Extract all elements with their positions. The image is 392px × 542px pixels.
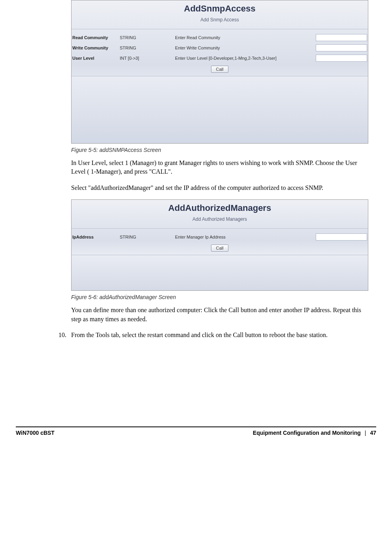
paragraph-user-level: In User Level, select 1 (Manager) to gra…	[71, 159, 368, 176]
field-label: Write Community	[72, 45, 120, 50]
field-type: STRING	[120, 45, 175, 50]
user-level-input[interactable]	[316, 55, 367, 62]
page-footer: WiN7000 cBST Equipment Configuration and…	[16, 426, 376, 436]
step-number: 10.	[55, 331, 66, 339]
row-user-level: User Level INT [0->3] Enter User Level […	[72, 53, 368, 63]
row-ipaddress: IpAddress STRING Enter Manager Ip Addres…	[72, 232, 368, 242]
ipaddress-input[interactable]	[316, 233, 367, 241]
paragraph-multiple-ips: You can define more than one authorized …	[71, 306, 368, 324]
panel2-subtitle: Add Authorized Managers	[72, 213, 368, 227]
step-10: 10. From the Tools tab, select the resta…	[55, 331, 368, 339]
call-button[interactable]: Call	[211, 244, 229, 252]
panel2-header: AddAuthorizedManagers Add Authorized Man…	[72, 200, 368, 228]
panel1-title: AddSnmpAccess	[72, 4, 368, 14]
figure-5-5-caption: Figure 5-5: addSNMPAccess Screen	[71, 147, 368, 153]
footer-page-number: 47	[370, 430, 376, 436]
panel1-subtitle: Add Snmp Access	[72, 14, 368, 28]
figure-5-6-caption: Figure 5-6: addAuthorizedManager Screen	[71, 294, 368, 300]
field-desc: Enter Manager Ip Address	[175, 235, 316, 239]
panel1-header: AddSnmpAccess Add Snmp Access	[72, 0, 368, 29]
field-type: STRING	[120, 235, 175, 239]
row-read-community: Read Community STRING Enter Read Communi…	[72, 32, 368, 43]
footer-product: WiN7000 cBST	[16, 430, 55, 436]
field-desc: Enter User Level [0-Developer,1-Mng,2-Te…	[175, 56, 316, 61]
paragraph-add-auth-mgr: Select "addAuthorizedManager" and set th…	[71, 184, 368, 192]
field-type: STRING	[120, 35, 175, 40]
call-button[interactable]: Call	[211, 66, 229, 73]
panel2-title: AddAuthorizedManagers	[72, 203, 368, 213]
row-write-community: Write Community STRING Enter Write Commu…	[72, 43, 368, 53]
addsnmpaccess-panel: AddSnmpAccess Add Snmp Access Read Commu…	[71, 0, 368, 144]
write-community-input[interactable]	[316, 44, 367, 51]
field-desc: Enter Write Community	[175, 45, 316, 50]
read-community-input[interactable]	[316, 34, 367, 41]
field-label: Read Community	[72, 35, 120, 40]
panel-blank-area	[72, 255, 368, 290]
field-desc: Enter Read Community	[175, 35, 316, 40]
addauthorizedmanagers-panel: AddAuthorizedManagers Add Authorized Man…	[71, 199, 368, 291]
step-text: From the Tools tab, select the restart c…	[71, 331, 328, 339]
panel-blank-area	[72, 76, 368, 143]
footer-section: Equipment Configuration and Monitoring	[253, 430, 361, 436]
field-label: IpAddress	[72, 235, 120, 239]
field-type: INT [0->3]	[120, 56, 175, 61]
field-label: User Level	[72, 56, 120, 61]
footer-separator: |	[365, 430, 366, 436]
